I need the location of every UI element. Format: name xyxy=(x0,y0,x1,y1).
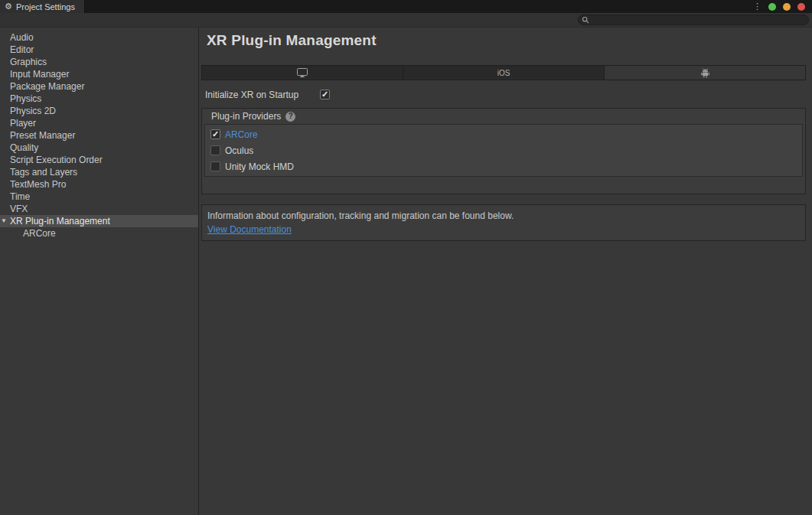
sidebar-item-preset-manager[interactable]: Preset Manager xyxy=(0,129,198,142)
arcore-checkbox[interactable] xyxy=(210,129,220,139)
unity-mock-hmd-checkbox[interactable] xyxy=(210,161,220,171)
info-text: Information about configuration, trackin… xyxy=(207,209,800,223)
android-icon xyxy=(700,68,710,78)
help-icon[interactable]: ? xyxy=(285,112,295,122)
oculus-checkbox[interactable] xyxy=(210,145,220,155)
sidebar-item-tags-and-layers[interactable]: Tags and Layers xyxy=(0,166,198,178)
titlebar-controls: ⋮ xyxy=(753,0,812,13)
toolbar xyxy=(0,13,812,28)
sidebar-item-player[interactable]: Player xyxy=(0,117,198,129)
sidebar-item-label: Quality xyxy=(10,142,38,153)
sidebar-item-xr-plug-in-management[interactable]: ▼ XR Plug-in Management xyxy=(0,215,198,227)
sidebar-item-label: Physics 2D xyxy=(10,106,56,116)
foldout-triangle-icon[interactable]: ▼ xyxy=(1,215,7,227)
plug-in-providers-list: ARCore Oculus Unity Mock HMD xyxy=(204,124,803,177)
sidebar-item-time[interactable]: Time xyxy=(0,191,198,203)
window-control-yellow[interactable] xyxy=(783,3,791,11)
sidebar-item-vfx[interactable]: VFX xyxy=(0,203,198,215)
search-input[interactable] xyxy=(592,15,804,24)
sidebar-item-label: Physics xyxy=(10,93,41,104)
view-documentation-link[interactable]: View Documentation xyxy=(207,224,292,235)
sidebar-item-editor[interactable]: Editor xyxy=(0,44,198,56)
project-settings-window: ⚙ Project Settings ⋮ Audio Editor Graphi… xyxy=(0,0,812,515)
provider-label-arcore[interactable]: ARCore xyxy=(225,129,258,140)
window-control-close[interactable] xyxy=(797,3,805,11)
sidebar-item-textmesh-pro[interactable]: TextMesh Pro xyxy=(0,178,198,191)
kebab-menu-icon[interactable]: ⋮ xyxy=(753,2,761,11)
plug-in-providers-title: Plug-in Providers xyxy=(211,111,281,122)
window-control-green[interactable] xyxy=(768,3,776,11)
sidebar-item-input-manager[interactable]: Input Manager xyxy=(0,68,198,80)
sidebar-item-package-manager[interactable]: Package Manager xyxy=(0,80,198,93)
sidebar-item-label: Tags and Layers xyxy=(10,167,77,178)
sidebar-item-label: Input Manager xyxy=(10,69,69,80)
sidebar-item-graphics[interactable]: Graphics xyxy=(0,56,198,68)
xr-management-panel: XR Plug-in Management iOS xyxy=(199,28,812,515)
sidebar-item-label: Player xyxy=(10,118,36,129)
tab-ios-label: iOS xyxy=(497,69,510,77)
info-box: Information about configuration, trackin… xyxy=(201,204,806,241)
plug-in-providers-header: Plug-in Providers ? xyxy=(202,109,805,124)
sidebar-item-label: Preset Manager xyxy=(10,130,75,141)
content-area: Audio Editor Graphics Input Manager Pack… xyxy=(0,28,812,515)
provider-label-oculus: Oculus xyxy=(225,145,253,156)
tab-standalone[interactable] xyxy=(201,65,403,80)
sidebar-item-script-execution-order[interactable]: Script Execution Order xyxy=(0,154,198,166)
sidebar-item-label: Graphics xyxy=(10,57,47,67)
window-tab-project-settings[interactable]: ⚙ Project Settings xyxy=(0,0,85,13)
page-title: XR Plug-in Management xyxy=(207,32,806,49)
sidebar-item-label: Time xyxy=(10,191,30,202)
sidebar-item-label: VFX xyxy=(10,204,28,214)
sidebar-item-label: Package Manager xyxy=(10,81,84,92)
sidebar-item-quality[interactable]: Quality xyxy=(0,142,198,154)
sidebar-item-label: Script Execution Order xyxy=(10,155,103,165)
plug-in-providers-box: Plug-in Providers ? ARCore Oculus Unity … xyxy=(201,108,806,194)
gear-icon: ⚙ xyxy=(5,2,12,11)
sidebar-item-label: Editor xyxy=(10,44,34,55)
provider-row-unity-mock-hmd[interactable]: Unity Mock HMD xyxy=(205,158,802,174)
window-titlebar: ⚙ Project Settings ⋮ xyxy=(0,0,812,13)
provider-label-unity-mock-hmd: Unity Mock HMD xyxy=(225,161,294,172)
monitor-icon xyxy=(297,68,308,77)
sidebar-item-label: XR Plug-in Management xyxy=(10,216,110,227)
sidebar-item-physics[interactable]: Physics xyxy=(0,93,198,105)
search-icon xyxy=(582,16,589,24)
platform-tab-bar: iOS xyxy=(201,65,806,80)
provider-row-arcore[interactable]: ARCore xyxy=(205,126,802,142)
window-tab-label: Project Settings xyxy=(16,2,75,11)
sidebar-item-physics-2d[interactable]: Physics 2D xyxy=(0,105,198,117)
settings-category-list: Audio Editor Graphics Input Manager Pack… xyxy=(0,28,199,515)
tab-android[interactable] xyxy=(605,65,806,80)
sidebar-item-audio[interactable]: Audio xyxy=(0,31,198,44)
search-box[interactable] xyxy=(578,15,809,25)
initialize-xr-checkbox[interactable] xyxy=(320,90,330,99)
sidebar-item-label: ARCore xyxy=(23,228,56,239)
sidebar-item-arcore[interactable]: ARCore xyxy=(0,227,198,240)
sidebar-item-label: TextMesh Pro xyxy=(10,179,66,190)
sidebar-item-label: Audio xyxy=(10,32,34,43)
initialize-xr-row: Initialize XR on Startup xyxy=(205,88,806,101)
tab-ios[interactable]: iOS xyxy=(403,65,605,80)
initialize-xr-label: Initialize XR on Startup xyxy=(205,90,320,100)
provider-row-oculus[interactable]: Oculus xyxy=(205,142,802,158)
